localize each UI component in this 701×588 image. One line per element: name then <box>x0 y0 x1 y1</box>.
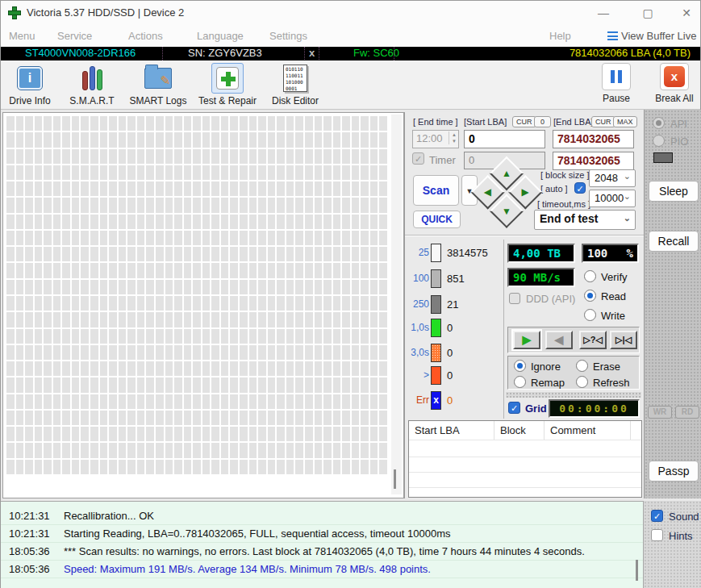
menu-item-service[interactable]: Service <box>57 30 92 42</box>
break-all-button[interactable]: x Break All <box>651 63 698 104</box>
scan-map-cell <box>258 329 266 344</box>
play-icon[interactable]: ▶ <box>513 331 540 349</box>
log-row[interactable]: 18:05:36*** Scan results: no warnings, n… <box>1 543 643 561</box>
scan-map-cell <box>305 427 313 441</box>
write-radio[interactable] <box>584 309 596 321</box>
log-panel[interactable]: 10:21:31Recallibration... OK10:21:31Star… <box>1 501 644 588</box>
disk-editor-button[interactable]: 0101101100111010000001 Disk Editor <box>267 63 323 106</box>
maximize-button[interactable]: ▢ <box>634 4 661 22</box>
sleep-button[interactable]: Sleep <box>649 181 699 202</box>
end-time-input[interactable]: 12:00▲▼ <box>412 130 459 148</box>
scan-map-cell <box>249 411 257 425</box>
scan-map-cell <box>25 181 33 196</box>
scan-map-cell <box>72 443 80 457</box>
scan-map[interactable] <box>2 112 404 498</box>
verify-pair-icon[interactable]: ▷?◁ <box>579 331 607 349</box>
scan-map-cell <box>240 345 248 360</box>
drive-info-button[interactable]: i Drive Info <box>4 63 56 106</box>
skip-end-icon[interactable]: ▷|◁ <box>610 331 637 349</box>
erase-radio[interactable] <box>576 360 588 372</box>
scan-map-cell <box>323 263 332 277</box>
scan-map-cell <box>35 215 43 229</box>
menu-item-menu[interactable]: Menu <box>9 30 35 42</box>
timer-checkbox[interactable]: ✓ <box>412 152 424 165</box>
histogram-label: 25 <box>419 247 429 258</box>
menu-item-settings[interactable]: Settings <box>269 30 307 42</box>
device-x-badge[interactable]: x <box>304 47 319 60</box>
smart-button[interactable]: S.M.A.R.T <box>65 63 119 106</box>
api-radio[interactable] <box>653 117 665 129</box>
ddd-api-checkbox[interactable] <box>509 293 520 304</box>
close-button[interactable]: ✕ <box>673 4 700 22</box>
scan-map-cell <box>90 443 98 457</box>
log-row[interactable]: 18:05:36Speed: Maximum 191 MB/s. Average… <box>1 561 643 578</box>
col-header-comment[interactable]: Comment <box>545 421 631 440</box>
verify-radio[interactable] <box>584 270 596 282</box>
col-header-start-lba[interactable]: Start LBA <box>409 421 494 440</box>
scan-map-cell <box>258 427 266 441</box>
start-lba-input[interactable]: 0 <box>464 130 545 148</box>
ignore-radio[interactable] <box>514 360 526 372</box>
menu-item-help[interactable]: Help <box>549 30 571 42</box>
start-lba-zero-button[interactable]: 0 <box>534 116 551 127</box>
log-scroll-thumb[interactable] <box>636 560 638 581</box>
rd-button[interactable]: RD <box>675 406 699 419</box>
verify-label: Verify <box>601 271 628 283</box>
scan-map-cell <box>137 149 145 164</box>
scan-map-cell <box>62 377 70 392</box>
scan-map-cell <box>352 263 360 277</box>
recall-button[interactable]: Recall <box>649 231 699 252</box>
block-size-select[interactable]: 2048⌄ <box>589 169 636 187</box>
scan-map-cell <box>370 181 378 196</box>
scan-map-cell <box>137 165 145 180</box>
read-radio[interactable] <box>584 290 596 302</box>
end-action-select[interactable]: End of test⌄ <box>534 210 636 230</box>
smart-logs-button[interactable]: ✎ SMART Logs <box>127 63 190 106</box>
sound-checkbox[interactable]: ✓ <box>651 510 663 522</box>
log-row[interactable]: 10:21:31Starting Reading, LBA=0..7814032… <box>1 525 643 543</box>
end-lba-max-button[interactable]: MAX <box>613 116 637 127</box>
scan-map-cell <box>53 231 61 245</box>
scan-button[interactable]: Scan <box>413 175 459 206</box>
timeout-select[interactable]: 10000⌄ <box>589 190 636 207</box>
auto-checkbox[interactable]: ✓ <box>574 182 586 194</box>
minimize-button[interactable]: — <box>590 4 617 22</box>
test-repair-button[interactable]: Test & Repair <box>193 63 262 106</box>
scan-map-cell <box>127 280 136 294</box>
log-row[interactable]: 10:21:31Recallibration... OK <box>1 507 643 525</box>
spinner-arrows-icon[interactable]: ▲▼ <box>449 131 457 144</box>
scan-map-cell <box>323 329 332 344</box>
scan-map-cell <box>295 116 303 131</box>
map-scroll-thumb[interactable] <box>394 469 396 489</box>
refresh-radio[interactable] <box>576 376 588 388</box>
scan-map-cell <box>295 149 303 164</box>
defect-table[interactable]: Start LBA Block Comment <box>408 420 642 498</box>
quick-button[interactable]: QUICK <box>413 211 461 228</box>
pause-button[interactable]: Pause <box>596 63 636 104</box>
wr-button[interactable]: WR <box>648 406 672 419</box>
menu-item-language[interactable]: Language <box>197 30 244 42</box>
map-scrollbar[interactable] <box>391 115 402 494</box>
scan-map-cell <box>119 181 127 196</box>
scan-map-cell <box>62 460 70 474</box>
timeout-label: [ timeout,ms ] <box>537 199 590 209</box>
end-lba-input[interactable]: 7814032065 <box>553 130 634 148</box>
hints-checkbox[interactable] <box>651 529 663 541</box>
scan-map-cell <box>62 329 70 344</box>
end-lba-cur-button[interactable]: CUR <box>591 116 615 127</box>
col-header-block[interactable]: Block <box>494 421 545 440</box>
start-lba-cur-button[interactable]: CUR <box>512 116 536 127</box>
scan-map-cell <box>193 361 201 376</box>
scan-map-cell <box>221 394 229 409</box>
pio-radio[interactable] <box>653 135 665 147</box>
view-buffer-live-button[interactable]: View Buffer Live <box>607 30 696 42</box>
scan-map-cell <box>258 280 266 294</box>
scan-map-cell <box>90 149 98 164</box>
remap-radio[interactable] <box>514 376 526 388</box>
menu-item-actions[interactable]: Actions <box>128 30 163 42</box>
scan-map-cell <box>305 394 313 409</box>
grid-checkbox[interactable]: ✓ <box>508 402 520 414</box>
scan-map-cell <box>62 345 70 360</box>
rewind-icon[interactable]: ◀ <box>545 331 573 349</box>
passp-button[interactable]: Passp <box>649 461 699 482</box>
